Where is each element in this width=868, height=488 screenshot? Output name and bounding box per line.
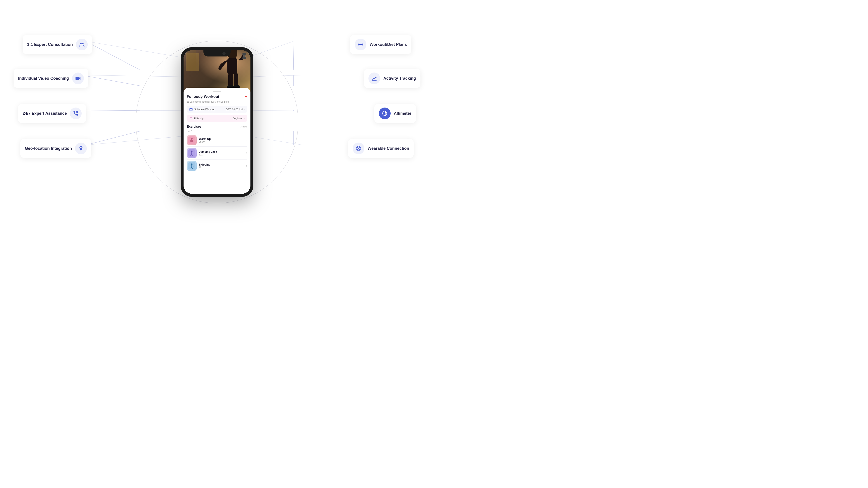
- svg-line-2: [84, 110, 140, 111]
- workout-meta: 11 Exercises | 32mins | 320 Calories Bur…: [187, 101, 247, 103]
- svg-rect-38: [234, 73, 238, 87]
- feature-card-activity: Activity Tracking: [364, 69, 421, 88]
- svg-line-0: [86, 41, 140, 70]
- phone-camera: [222, 52, 225, 55]
- difficulty-value: Beginner: [232, 117, 243, 120]
- svg-line-4: [293, 41, 294, 70]
- wearable-label: Wearable Connection: [368, 146, 409, 151]
- video-label: Individual Video Coaching: [18, 76, 69, 81]
- skipping-chevron[interactable]: ›: [246, 164, 247, 168]
- difficulty-right: Beginner ›: [232, 117, 245, 120]
- feature-card-geo: Geo-location Integration: [20, 139, 91, 158]
- svg-rect-35: [242, 53, 246, 55]
- skipping-info: Skipping 15x: [199, 163, 244, 169]
- svg-point-17: [82, 43, 84, 44]
- svg-rect-26: [359, 44, 362, 45]
- feature-card-altimeter: Altimeter: [374, 104, 416, 123]
- warmup-thumbnail: [187, 135, 197, 145]
- skipping-name: Skipping: [199, 163, 244, 166]
- schedule-value: 5/27, 09:00 AM: [226, 108, 243, 111]
- phone-device: Fullbody Workout ♥ 11 Exercises | 32mins…: [181, 47, 253, 197]
- warmup-name: Warm Up: [199, 137, 244, 140]
- svg-line-1: [81, 75, 140, 86]
- svg-line-3: [86, 131, 140, 145]
- svg-point-46: [191, 138, 193, 140]
- feature-card-workout: Workout/Diet Plans: [350, 35, 411, 54]
- scroll-pill: [213, 91, 221, 92]
- schedule-row[interactable]: Schedule Workout 5/27, 09:00 AM ›: [187, 106, 247, 113]
- consultation-label: 1:1 Expert Consultation: [27, 42, 73, 47]
- feature-card-consultation: 1:1 Expert Consultation: [23, 35, 92, 54]
- svg-point-51: [191, 151, 193, 152]
- video-icon: [72, 72, 84, 84]
- svg-point-16: [80, 43, 82, 44]
- exercise-item-warmup[interactable]: Warm Up 05:00 ›: [187, 134, 247, 147]
- dumbbell-icon: [355, 39, 366, 51]
- difficulty-row[interactable]: Difficulty Beginner ›: [187, 115, 247, 122]
- feature-card-video: Individual Video Coaching: [13, 69, 88, 88]
- svg-rect-41: [190, 108, 192, 111]
- svg-point-21: [80, 147, 81, 148]
- warmup-detail: 05:00: [199, 140, 244, 143]
- svg-rect-33: [227, 58, 237, 74]
- svg-rect-25: [362, 43, 363, 46]
- workout-header: Fullbody Workout ♥: [187, 94, 247, 99]
- schedule-chevron: ›: [244, 108, 245, 111]
- scene: 1:1 Expert Consultation Individual Video…: [0, 0, 434, 244]
- feature-card-assistance: 24/7 Expert Assistance +: [18, 104, 86, 123]
- jumping-info: Jumping Jack 12x: [199, 150, 244, 156]
- difficulty-left: Difficulty: [189, 117, 204, 120]
- difficulty-label: Difficulty: [194, 117, 204, 120]
- svg-point-57: [191, 164, 193, 165]
- set-label: Set 1: [187, 130, 247, 132]
- svg-rect-24: [359, 43, 359, 46]
- pie-icon: [379, 107, 391, 119]
- svg-rect-36: [242, 57, 246, 59]
- svg-rect-37: [228, 73, 233, 87]
- activity-label: Activity Tracking: [383, 76, 416, 81]
- jumping-name: Jumping Jack: [199, 150, 244, 153]
- exercises-title: Exercises: [187, 125, 202, 128]
- schedule-label: Schedule Workout: [194, 108, 215, 111]
- svg-rect-44: [191, 108, 192, 109]
- phone-screen: Fullbody Workout ♥ 11 Exercises | 32mins…: [184, 50, 250, 194]
- svg-rect-43: [190, 108, 191, 109]
- assistance-label: 24/7 Expert Assistance: [23, 111, 67, 116]
- svg-point-31: [358, 148, 360, 149]
- svg-rect-48: [190, 141, 191, 141]
- svg-rect-49: [192, 141, 193, 141]
- heart-icon[interactable]: ♥: [245, 94, 247, 99]
- phone-notch: [204, 50, 230, 57]
- skipping-detail: 15x: [199, 166, 244, 169]
- workout-label: Workout/Diet Plans: [370, 42, 407, 47]
- feature-card-wearable: Wearable Connection: [348, 139, 414, 158]
- location-icon: [75, 142, 87, 154]
- content-area: Fullbody Workout ♥ 11 Exercises | 32mins…: [184, 88, 250, 194]
- svg-text:+: +: [77, 111, 78, 113]
- skipping-thumbnail: [187, 161, 197, 171]
- geo-label: Geo-location Integration: [25, 146, 72, 151]
- exercises-badge: 3 Sets: [240, 125, 247, 128]
- users-icon: [76, 39, 88, 51]
- schedule-right: 5/27, 09:00 AM ›: [226, 108, 245, 111]
- exercises-header: Exercises 3 Sets: [187, 125, 247, 128]
- workout-title: Fullbody Workout: [187, 94, 219, 99]
- jumping-detail: 12x: [199, 153, 244, 156]
- jumping-thumbnail: [187, 148, 197, 158]
- schedule-left: Schedule Workout: [189, 108, 215, 111]
- altimeter-label: Altimeter: [394, 111, 411, 116]
- phone-icon: +: [70, 107, 82, 119]
- chart-icon: [368, 72, 380, 84]
- difficulty-chevron: ›: [244, 117, 245, 120]
- exercise-item-jumping[interactable]: Jumping Jack 12x ›: [187, 147, 247, 160]
- target-icon: [352, 142, 364, 154]
- warmup-info: Warm Up 05:00: [199, 137, 244, 143]
- jumping-chevron[interactable]: ›: [246, 151, 247, 155]
- svg-rect-18: [75, 77, 79, 80]
- warmup-chevron[interactable]: ›: [246, 138, 247, 142]
- exercise-item-skipping[interactable]: Skipping 15x ›: [187, 160, 247, 172]
- phone-wrapper: Fullbody Workout ♥ 11 Exercises | 32mins…: [181, 47, 253, 197]
